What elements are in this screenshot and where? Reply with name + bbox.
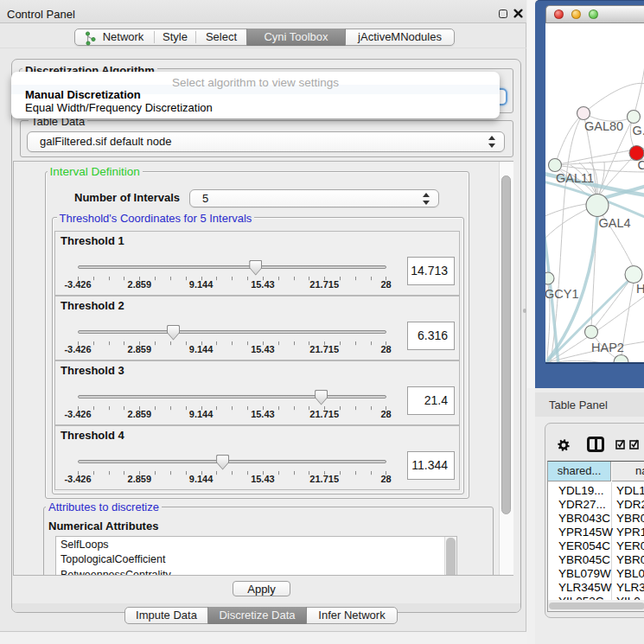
svg-text:GAL4: GAL4 — [599, 216, 631, 230]
svg-text:H: H — [636, 282, 644, 296]
svg-text:G.: G. — [633, 124, 644, 137]
svg-text:C: C — [638, 158, 644, 172]
svg-text:GAL11: GAL11 — [556, 171, 594, 185]
svg-text:GCY1: GCY1 — [545, 287, 579, 301]
svg-text:HAP2: HAP2 — [591, 341, 624, 354]
svg-text:GAL80: GAL80 — [584, 119, 623, 133]
